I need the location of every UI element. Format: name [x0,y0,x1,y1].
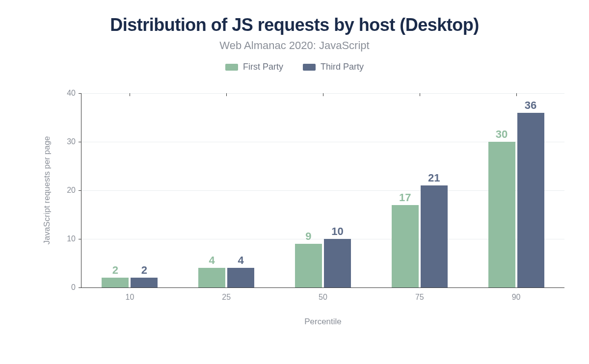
bar-value-label: 2 [112,264,118,277]
y-tick-label: 30 [67,138,81,146]
x-tick-label: 75 [415,287,424,301]
x-tick-mark [323,93,323,96]
bar-third-party: 21 [421,185,448,287]
y-tick-label: 0 [71,284,81,291]
bar-value-label: 9 [305,230,311,243]
bar-first-party: 4 [198,268,225,287]
x-tick-mark [516,93,517,96]
bar-value-label: 36 [525,99,536,112]
bar-value-label: 2 [141,264,147,277]
bar-third-party: 10 [324,239,351,287]
chart-container: Distribution of JS requests by host (Des… [0,0,589,364]
bar-third-party: 4 [227,268,254,287]
x-axis-label: Percentile [304,317,342,327]
legend-label-third-party: Third Party [321,62,364,72]
x-tick-label: 10 [125,287,134,301]
x-tick-label: 50 [319,287,327,301]
x-tick-label: 90 [512,287,521,301]
bar-first-party: 30 [488,142,515,287]
plot-wrap: JavaScript requests per page Percentile … [54,93,564,305]
x-tick-mark [130,93,130,96]
bar-first-party: 9 [295,244,322,287]
bar-value-label: 4 [238,254,244,267]
bar-first-party: 17 [392,205,419,287]
bar-value-label: 17 [399,191,411,204]
legend-item-third-party: Third Party [303,62,364,72]
bar-value-label: 4 [209,254,215,267]
chart-legend: First Party Third Party [20,62,569,72]
legend-item-first-party: First Party [225,62,283,72]
x-tick-mark [420,93,420,96]
bar-value-label: 21 [428,172,440,184]
y-axis-label: JavaScript requests per page [42,136,52,244]
y-tick-label: 10 [67,235,81,243]
legend-swatch-first-party [225,64,238,71]
chart-subtitle: Web Almanac 2020: JavaScript [20,39,569,52]
y-tick-label: 20 [67,186,81,194]
x-tick-label: 25 [222,287,231,301]
y-tick-label: 40 [67,89,81,97]
bar-value-label: 30 [496,128,508,141]
plot-area: JavaScript requests per page Percentile … [81,93,564,288]
legend-swatch-third-party [303,64,316,71]
legend-label-first-party: First Party [243,62,283,72]
bar-first-party: 2 [102,278,129,287]
bar-third-party: 36 [517,113,544,287]
x-tick-mark [226,93,227,96]
bar-value-label: 10 [331,225,343,238]
bar-third-party: 2 [131,278,158,287]
chart-title: Distribution of JS requests by host (Des… [20,15,569,35]
